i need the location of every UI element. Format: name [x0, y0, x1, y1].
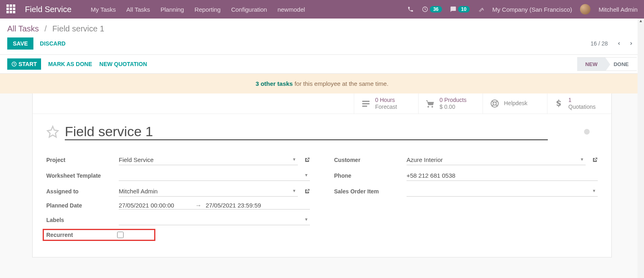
- stat-products-bottom: $ 0.00: [440, 104, 466, 110]
- stat-quotations-top: 1: [568, 97, 596, 104]
- cart-icon: [425, 99, 436, 108]
- pager-text: 16 / 28: [590, 40, 608, 47]
- tools-icon[interactable]: [478, 6, 484, 12]
- dollar-icon: [554, 99, 564, 108]
- assigned-label: Assigned to: [46, 188, 115, 195]
- status-tabs: NEW DONE: [577, 57, 637, 71]
- labels-label: Labels: [46, 217, 115, 223]
- stat-helpdesk-label: Helpdesk: [504, 100, 527, 107]
- svg-rect-4: [362, 106, 367, 107]
- pager: 16 / 28: [590, 38, 637, 49]
- external-link-icon[interactable]: [304, 157, 310, 163]
- save-button[interactable]: SAVE: [7, 37, 33, 50]
- nav-planning[interactable]: Planning: [161, 6, 184, 13]
- arrow-right-icon: →: [195, 202, 202, 209]
- breadcrumb-root[interactable]: All Tasks: [7, 24, 39, 33]
- chat-badge-count: 10: [458, 6, 470, 12]
- start-button[interactable]: START: [7, 58, 41, 70]
- company-selector[interactable]: My Company (San Francisco): [492, 6, 572, 13]
- scrollbar[interactable]: ▲: [638, 19, 644, 278]
- svg-rect-2: [362, 101, 369, 102]
- stat-helpdesk[interactable]: Helpdesk: [483, 93, 547, 114]
- worksheet-label: Worksheet Template: [46, 172, 115, 179]
- control-bar: SAVE DISCARD 16 / 28: [0, 35, 644, 55]
- stat-buttons: 0 Hours Forecast 0 Products $ 0.00 He: [33, 93, 611, 114]
- phone-label: Phone: [334, 172, 402, 179]
- alert-link[interactable]: 3 other tasks: [256, 80, 293, 87]
- stat-hours-bottom: Forecast: [375, 104, 397, 110]
- lifebuoy-icon: [489, 99, 500, 108]
- stat-hours[interactable]: 0 Hours Forecast: [354, 93, 418, 114]
- form-col-left: Project ▼ Worksheet Template ▼: [46, 155, 310, 241]
- clock-badge[interactable]: 36: [422, 6, 442, 12]
- start-button-label: START: [19, 61, 37, 67]
- sales-order-field[interactable]: [407, 186, 598, 197]
- new-quotation-button[interactable]: NEW QUOTATION: [99, 61, 147, 67]
- planned-from-field[interactable]: [119, 202, 191, 209]
- nav-menu: My Tasks All Tasks Planning Reporting Co…: [91, 6, 305, 13]
- user-name[interactable]: Mitchell Admin: [599, 6, 638, 13]
- discard-button[interactable]: DISCARD: [40, 40, 66, 47]
- status-bar: START MARK AS DONE NEW QUOTATION NEW DON…: [0, 55, 644, 74]
- priority-dot[interactable]: [584, 129, 590, 135]
- sales-order-label: Sales Order Item: [334, 188, 402, 195]
- stat-products-top: 0 Products: [440, 97, 466, 104]
- external-link-icon[interactable]: [304, 189, 310, 194]
- worksheet-field[interactable]: [119, 170, 310, 181]
- nav-reporting[interactable]: Reporting: [194, 6, 221, 13]
- navbar: Field Service My Tasks All Tasks Plannin…: [0, 0, 644, 19]
- project-label: Project: [46, 157, 115, 163]
- brand-title[interactable]: Field Service: [25, 5, 72, 14]
- labels-field[interactable]: [119, 215, 310, 225]
- form-grid: Project ▼ Worksheet Template ▼: [33, 147, 611, 257]
- svg-rect-3: [362, 103, 369, 104]
- title-row: [33, 114, 611, 147]
- stat-products[interactable]: 0 Products $ 0.00: [418, 93, 483, 114]
- customer-field[interactable]: [407, 155, 586, 165]
- stat-quotations-bottom: Quotations: [568, 104, 596, 110]
- planned-to-field[interactable]: [206, 202, 278, 209]
- scroll-up-icon[interactable]: ▲: [638, 19, 644, 23]
- nav-configuration[interactable]: Configuration: [231, 6, 267, 13]
- svg-point-6: [493, 102, 496, 105]
- assigned-field[interactable]: [119, 186, 298, 197]
- star-icon[interactable]: [46, 125, 59, 138]
- stat-quotations[interactable]: 1 Quotations: [547, 93, 611, 114]
- pager-next[interactable]: [625, 38, 637, 49]
- pager-prev[interactable]: [613, 38, 625, 49]
- alert-bar: 3 other tasks for this employee at the s…: [0, 74, 644, 93]
- recurrent-checkbox[interactable]: [117, 232, 124, 238]
- nav-all-tasks[interactable]: All Tasks: [126, 6, 150, 13]
- recurrent-label: Recurrent: [46, 232, 117, 238]
- clock-badge-count: 36: [430, 6, 442, 12]
- apps-icon[interactable]: [6, 4, 16, 14]
- chat-badge[interactable]: 10: [450, 6, 470, 12]
- phone-field[interactable]: [407, 170, 598, 181]
- form-sheet: 0 Hours Forecast 0 Products $ 0.00 He: [32, 93, 612, 257]
- avatar[interactable]: [580, 4, 590, 15]
- breadcrumb-current: Field service 1: [52, 24, 104, 33]
- task-title-input[interactable]: [65, 124, 548, 140]
- breadcrumb-sep: /: [45, 24, 47, 33]
- external-link-icon[interactable]: [592, 157, 598, 163]
- alert-text: for this employee at the same time.: [293, 80, 388, 87]
- phone-icon[interactable]: [407, 6, 414, 12]
- mark-done-button[interactable]: MARK AS DONE: [48, 61, 92, 67]
- nav-newmodel[interactable]: newmodel: [277, 6, 305, 13]
- project-field[interactable]: [119, 155, 298, 165]
- planned-date-label: Planned Date: [46, 202, 115, 209]
- breadcrumb: All Tasks / Field service 1: [0, 19, 644, 35]
- status-tab-new[interactable]: NEW: [577, 57, 605, 71]
- nav-my-tasks[interactable]: My Tasks: [91, 6, 116, 13]
- hours-icon: [361, 99, 371, 108]
- stat-hours-top: 0 Hours: [375, 97, 397, 104]
- form-col-right: Customer ▼ Phone Sales Orde: [334, 155, 598, 241]
- customer-label: Customer: [334, 157, 402, 163]
- nav-right: 36 10 My Company (San Francisco) Mitchel…: [407, 4, 638, 15]
